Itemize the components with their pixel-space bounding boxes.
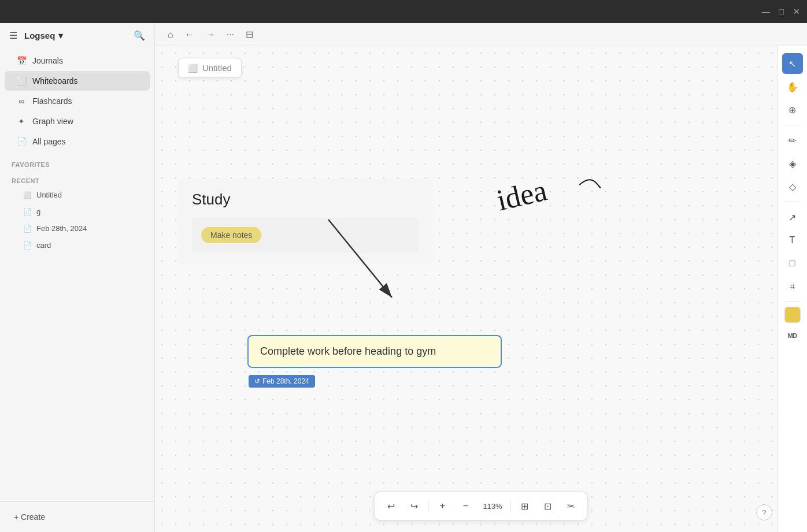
idea-text: idea: [488, 157, 608, 225]
maximize-button[interactable]: □: [779, 7, 784, 16]
favorites-label: FAVORITES: [0, 154, 154, 170]
page-sub-icon: 📄: [23, 208, 32, 216]
sidebar-item-label: Graph view: [32, 117, 73, 126]
recent-item-feb28[interactable]: 📄 Feb 28th, 2024: [5, 221, 150, 236]
pencil-tool-button[interactable]: ✏: [782, 130, 803, 151]
make-notes-area: Make notes: [192, 218, 419, 252]
recent-item-label: Feb 28th, 2024: [36, 224, 87, 233]
more-button[interactable]: ···: [223, 27, 238, 42]
erase2-tool-button[interactable]: ◇: [782, 176, 803, 197]
recent-item-untitled[interactable]: ⬜ Untitled: [5, 187, 150, 203]
sidebar-item-label: All pages: [32, 137, 66, 146]
page-tab-title: Untitled: [202, 63, 232, 73]
page-sub-icon: 📄: [23, 225, 32, 233]
task-date-badge[interactable]: ↺ Feb 28th, 2024: [249, 375, 315, 388]
arrow-tool-button[interactable]: ↗: [782, 207, 803, 228]
flashcards-icon: ∞: [16, 96, 27, 106]
layout-button[interactable]: ⊟: [242, 27, 257, 42]
top-toolbar: ⌂ ← → ··· ⊟: [155, 23, 807, 46]
page-tab-icon: ⬜: [188, 64, 198, 73]
right-toolbar: ↖ ✋ ⊕ ✏ ◈ ◇ ↗ T □ ⌗ MD: [777, 46, 807, 532]
sidebar-top: ☰ Logseq ▾ 🔍: [0, 23, 154, 48]
whiteboards-icon: ⬜: [16, 76, 27, 85]
graph-view-icon: ✦: [16, 117, 27, 126]
add-tool-button[interactable]: ⊕: [782, 99, 803, 120]
hand-tool-button[interactable]: ✋: [782, 76, 803, 97]
toolbar-divider-3: [784, 302, 801, 302]
minimize-button[interactable]: —: [762, 7, 770, 16]
recent-label: RECENT: [0, 170, 154, 187]
toolbar-divider-2: [784, 202, 801, 202]
study-card-title: Study: [192, 191, 419, 209]
logseq-brand[interactable]: Logseq ▾: [24, 31, 127, 41]
task-card[interactable]: Complete work before heading to gym ↺ Fe…: [247, 335, 502, 368]
title-bar: — □ ✕: [0, 0, 807, 23]
close-button[interactable]: ✕: [793, 7, 800, 16]
sidebar-item-all-pages[interactable]: 📄 All pages: [5, 132, 150, 151]
whiteboard-canvas[interactable]: ⬜ Untitled Study Make notes: [155, 46, 807, 532]
window-controls[interactable]: — □ ✕: [762, 7, 800, 16]
journals-icon: 📅: [16, 56, 27, 65]
sidebar-item-label: Flashcards: [32, 96, 72, 106]
sidebar-item-graph-view[interactable]: ✦ Graph view: [5, 111, 150, 131]
recent-item-card[interactable]: 📄 card: [5, 237, 150, 253]
more-tools-button[interactable]: ⌗: [782, 276, 803, 297]
back-button[interactable]: ←: [182, 27, 198, 42]
sidebar-item-flashcards[interactable]: ∞ Flashcards: [5, 91, 150, 111]
page-sub-icon: 📄: [23, 241, 32, 250]
main-area: ⌂ ← → ··· ⊟ ⬜ Untitled Study Make notes: [155, 23, 807, 532]
make-notes-badge: Make notes: [201, 227, 261, 243]
sidebar-nav: 📅 Journals ⬜ Whiteboards ∞ Flashcards ✦ …: [0, 48, 154, 154]
forward-button[interactable]: →: [202, 27, 219, 42]
recent-item-label: Untitled: [36, 191, 62, 199]
link-button[interactable]: ⊡: [539, 497, 557, 515]
toolbar-divider: [428, 499, 428, 513]
create-label: + Create: [14, 512, 45, 522]
menu-icon[interactable]: ☰: [9, 30, 17, 41]
sidebar-item-whiteboards[interactable]: ⬜ Whiteboards: [5, 71, 150, 91]
grid-button[interactable]: ⊞: [516, 497, 534, 515]
eraser-tool-button[interactable]: ◈: [782, 153, 803, 174]
all-pages-icon: 📄: [16, 137, 27, 146]
sidebar-item-journals[interactable]: 📅 Journals: [5, 51, 150, 70]
scissors-button[interactable]: ✂: [562, 497, 580, 515]
task-date-label: Feb 28th, 2024: [262, 377, 309, 385]
recent-item-label: card: [36, 241, 51, 250]
app-container: ☰ Logseq ▾ 🔍 📅 Journals ⬜ Whiteboards ∞ …: [0, 23, 807, 532]
task-date-icon: ↺: [254, 377, 260, 385]
text-tool-button[interactable]: T: [782, 230, 803, 251]
brand-name: Logseq: [24, 31, 55, 40]
bottom-toolbar: ↩ ↪ + − 113% ⊞ ⊡ ✂: [374, 492, 587, 520]
home-button[interactable]: ⌂: [164, 27, 177, 42]
sidebar-footer: + Create: [0, 501, 154, 532]
svg-text:idea: idea: [494, 173, 550, 217]
undo-button[interactable]: ↩: [382, 497, 400, 515]
page-tab[interactable]: ⬜ Untitled: [178, 58, 242, 78]
recent-item-label: g: [36, 207, 40, 216]
search-icon[interactable]: 🔍: [134, 30, 145, 41]
redo-button[interactable]: ↪: [405, 497, 423, 515]
rect-tool-button[interactable]: □: [782, 253, 803, 274]
create-button[interactable]: + Create: [9, 509, 145, 525]
toolbar-divider: [784, 125, 801, 125]
whiteboard-sub-icon: ⬜: [23, 191, 32, 199]
recent-item-g[interactable]: 📄 g: [5, 204, 150, 220]
sidebar: ☰ Logseq ▾ 🔍 📅 Journals ⬜ Whiteboards ∞ …: [0, 23, 155, 532]
md-toggle-button[interactable]: MD: [782, 325, 803, 346]
zoom-level: 113%: [479, 502, 505, 511]
help-button[interactable]: ?: [756, 504, 772, 520]
zoom-in-button[interactable]: +: [433, 497, 451, 515]
color-picker-button[interactable]: [784, 307, 801, 323]
sidebar-item-label: Whiteboards: [32, 76, 78, 85]
task-card-text: Complete work before heading to gym: [260, 345, 489, 358]
brand-chevron-icon: ▾: [58, 31, 63, 41]
zoom-out-button[interactable]: −: [456, 497, 475, 515]
sidebar-item-label: Journals: [32, 56, 63, 65]
md-label: MD: [787, 332, 797, 339]
select-tool-button[interactable]: ↖: [782, 53, 803, 74]
study-card[interactable]: Study Make notes: [178, 179, 432, 264]
toolbar-divider-2: [510, 499, 511, 513]
